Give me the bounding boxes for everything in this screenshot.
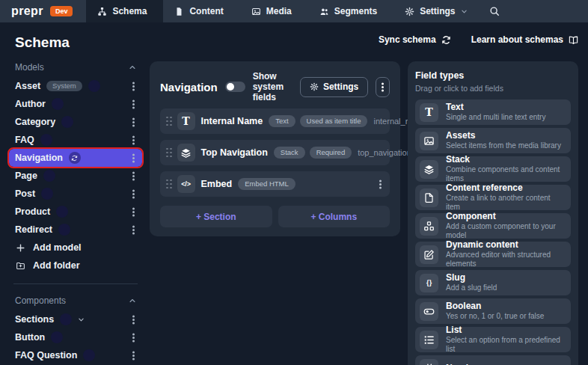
sidebar-item-faq-question[interactable]: FAQ Question bbox=[9, 346, 142, 364]
sync-status-icon bbox=[69, 152, 81, 164]
tab-schema[interactable]: Schema bbox=[86, 0, 163, 22]
field-type-dynamic-content[interactable]: Dynamic content Advanced editor with str… bbox=[415, 242, 571, 267]
drag-handle-icon[interactable] bbox=[166, 120, 171, 123]
add-row: + Section+ Columns bbox=[160, 206, 390, 227]
sidebar-item-post[interactable]: Post bbox=[9, 185, 142, 203]
field-list: T Internal Name TextUsed as item title i… bbox=[160, 108, 390, 197]
settings-icon bbox=[405, 7, 414, 16]
drag-handle-icon[interactable] bbox=[166, 183, 171, 185]
show-system-fields-toggle[interactable] bbox=[225, 82, 245, 92]
field-row-embed[interactable]: </> Embed Embed HTML bbox=[160, 171, 390, 197]
sidebar-section-models[interactable]: Models bbox=[15, 62, 136, 73]
sidebar-item-button[interactable]: Button bbox=[9, 328, 142, 346]
sync-schema-link[interactable]: Sync schema bbox=[379, 34, 451, 45]
sync-status-icon bbox=[60, 313, 72, 325]
sidebar-section: Components Sections Button FAQ Question … bbox=[15, 295, 136, 365]
sidebar-item-page[interactable]: Page bbox=[9, 167, 142, 185]
sidebar-section-components[interactable]: Components bbox=[15, 295, 136, 306]
sidebar-item-category[interactable]: Category bbox=[9, 113, 142, 131]
field-type-content-reference[interactable]: Content reference Create a link to anoth… bbox=[415, 185, 571, 210]
field-badge: Text bbox=[269, 115, 295, 127]
field-type-list[interactable]: List Select an option from a predefined … bbox=[415, 327, 571, 352]
schema-icon bbox=[97, 7, 107, 16]
sidebar-item-sections[interactable]: Sections bbox=[9, 310, 142, 328]
sidebar-item-asset[interactable]: Asset System bbox=[9, 77, 142, 95]
prepr-logo[interactable]: prepr bbox=[11, 4, 43, 18]
field-row-internal-name[interactable]: T Internal Name TextUsed as item title i… bbox=[160, 108, 390, 134]
gear-icon bbox=[310, 82, 319, 91]
tab-media[interactable]: Media bbox=[240, 0, 308, 22]
model-menu-button[interactable] bbox=[376, 77, 390, 97]
tab-segments[interactable]: Segments bbox=[308, 0, 393, 22]
kebab-menu-icon[interactable] bbox=[131, 121, 136, 123]
sync-status-icon bbox=[61, 116, 73, 128]
field-type-boolean[interactable]: Boolean Yes or no, 1 or 0, true or false bbox=[415, 298, 571, 324]
kebab-menu-icon[interactable] bbox=[131, 229, 136, 231]
text-field-icon: T bbox=[177, 112, 195, 130]
kebab-menu-icon[interactable] bbox=[131, 193, 136, 195]
folder-plus-icon bbox=[15, 261, 25, 271]
plus-icon bbox=[15, 243, 25, 253]
add-folder-button[interactable]: Add folder bbox=[15, 257, 136, 274]
add-columns-button[interactable]: + Columns bbox=[278, 206, 391, 227]
kebab-menu-icon[interactable] bbox=[131, 211, 136, 213]
sync-status-icon bbox=[56, 206, 68, 218]
kebab-menu-icon[interactable] bbox=[131, 175, 136, 177]
add-section-button[interactable]: + Section bbox=[160, 206, 272, 227]
sync-status-icon bbox=[88, 80, 100, 92]
list-icon bbox=[420, 331, 438, 349]
field-badge: Stack bbox=[274, 147, 305, 159]
media-icon bbox=[251, 7, 261, 16]
sidebar-item-product[interactable]: Product bbox=[9, 203, 142, 221]
field-type-component[interactable]: Component Add a custom component to your… bbox=[415, 213, 571, 239]
add-model-button[interactable]: Add model bbox=[15, 239, 136, 257]
tab-settings[interactable]: Settings bbox=[393, 0, 478, 22]
search-button[interactable] bbox=[482, 0, 507, 22]
divider bbox=[13, 283, 138, 284]
field-type-assets[interactable]: Assets Select items from the media libra… bbox=[415, 128, 571, 153]
kebab-menu-icon[interactable] bbox=[131, 85, 136, 88]
field-api-id: top_navigation bbox=[358, 148, 411, 157]
field-type-text[interactable]: T Text Single and multi line text entry bbox=[415, 99, 571, 125]
tab-content[interactable]: Content bbox=[163, 0, 239, 22]
kebab-menu-icon[interactable] bbox=[131, 337, 136, 339]
kebab-menu-icon[interactable] bbox=[131, 139, 136, 141]
topbar: prepr Dev Schema Content Media Segments … bbox=[0, 0, 588, 22]
field-row-top-navigation[interactable]: Top Navigation StackRequired top_navigat… bbox=[160, 140, 390, 165]
text-icon: T bbox=[420, 103, 438, 122]
drag-handle-icon[interactable] bbox=[166, 152, 171, 154]
kebab-menu-icon[interactable] bbox=[131, 157, 136, 159]
kebab-menu-icon[interactable] bbox=[131, 319, 136, 321]
app-root: prepr Dev Schema Content Media Segments … bbox=[0, 0, 588, 365]
book-icon bbox=[569, 35, 578, 45]
sidebar-item-author[interactable]: Author bbox=[9, 95, 142, 113]
chevron-up-icon bbox=[129, 297, 136, 304]
page: Schema Models Asset System Author Catego… bbox=[0, 22, 588, 365]
kebab-menu-icon[interactable] bbox=[131, 103, 136, 105]
field-type-number[interactable]: Number bbox=[415, 355, 571, 365]
sidebar-item-redirect[interactable]: Redirect bbox=[9, 221, 142, 239]
logo-area: prepr Dev bbox=[0, 0, 82, 22]
sidebar-section: Models Asset System Author Category FAQ … bbox=[15, 62, 136, 274]
sync-status-icon bbox=[40, 134, 52, 146]
field-types-title: Field types bbox=[415, 70, 571, 81]
sync-status-icon bbox=[41, 188, 53, 200]
sidebar-item-navigation[interactable]: Navigation bbox=[9, 149, 142, 167]
field-type-slug[interactable]: { } Slug Add a slug field bbox=[415, 270, 571, 295]
learn-schemas-link[interactable]: Learn about schemas bbox=[471, 34, 578, 45]
content-icon bbox=[174, 7, 184, 16]
field-type-stack[interactable]: Stack Combine components and content ite… bbox=[415, 156, 571, 182]
sidebar-item-faq[interactable]: FAQ bbox=[9, 131, 142, 149]
stack-field-icon bbox=[177, 144, 195, 162]
model-panel-header: Navigation Show system fields Settings bbox=[160, 71, 390, 102]
settings-button[interactable]: Settings bbox=[300, 77, 368, 97]
field-types-panel: Field types Drag or click to add fields … bbox=[408, 61, 578, 365]
component-icon bbox=[420, 217, 438, 236]
kebab-menu-icon[interactable] bbox=[131, 355, 136, 357]
kebab-menu-icon[interactable] bbox=[379, 183, 382, 185]
assets-icon bbox=[420, 132, 438, 150]
toggle-label: Show system fields bbox=[253, 71, 293, 102]
sync-status-icon bbox=[52, 98, 64, 110]
field-badge: Required bbox=[310, 147, 352, 159]
environment-badge[interactable]: Dev bbox=[50, 6, 73, 16]
